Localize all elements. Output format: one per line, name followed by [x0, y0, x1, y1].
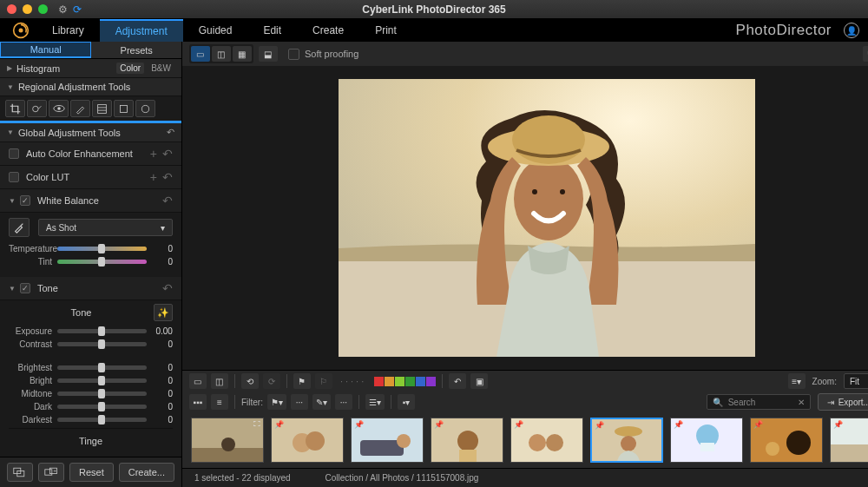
global-tools-header[interactable]: ▼ Global Adjustment Tools ↶ — [0, 123, 181, 142]
app-logo[interactable] — [5, 19, 36, 42]
histogram-header[interactable]: ▶ Histogram Color B&W — [0, 59, 181, 78]
tone-header[interactable]: ▼ Tone ↶ — [0, 277, 181, 300]
color-yellow[interactable] — [395, 377, 404, 386]
brush-tool-icon[interactable] — [70, 100, 90, 117]
sort-list-icon[interactable]: ☰▾ — [365, 394, 385, 410]
view-split-icon[interactable]: ⬓ — [259, 46, 278, 62]
auto-color-checkbox[interactable] — [9, 148, 19, 159]
add-icon[interactable]: + — [150, 147, 157, 161]
account-icon[interactable]: 👤 — [844, 23, 859, 38]
layout-single-icon[interactable]: ▭ — [189, 373, 207, 389]
dark-slider[interactable]: Dark0 — [9, 402, 173, 411]
nav-create[interactable]: Create — [297, 19, 359, 42]
nav-print[interactable]: Print — [359, 19, 412, 42]
color-label-picker[interactable] — [374, 377, 436, 386]
view-single-icon[interactable]: ▭ — [191, 46, 210, 62]
image-canvas[interactable] — [182, 66, 868, 370]
flag-icon[interactable]: ⚑ — [293, 373, 311, 389]
thumbnail[interactable]: 📌 — [510, 418, 583, 463]
midtone-slider[interactable]: Midtone0 — [9, 389, 173, 398]
mask-tool-icon[interactable] — [114, 100, 134, 117]
view-compare-icon[interactable]: ◫ — [212, 46, 231, 62]
tone-checkbox[interactable] — [20, 283, 30, 293]
nav-edit[interactable]: Edit — [247, 19, 297, 42]
soft-proofing-checkbox[interactable] — [288, 49, 299, 60]
filter-edit-icon[interactable]: ✎▾ — [312, 394, 331, 410]
auto-color-item[interactable]: Auto Color Enhancement +↶ — [0, 142, 181, 166]
thumbnail[interactable]: 📌 — [271, 418, 344, 463]
before-after-icon[interactable]: ▣ — [470, 373, 488, 389]
color-green[interactable] — [405, 377, 415, 386]
color-lut-checkbox[interactable] — [9, 172, 19, 182]
sort-icon[interactable]: ≡▾ — [788, 373, 806, 389]
thumbnail[interactable]: 📌 — [431, 418, 503, 463]
brightest-slider[interactable]: Brightest0 — [9, 363, 173, 372]
reset-icon[interactable]: ↶ — [162, 147, 173, 161]
paste-settings-button[interactable]: + — [38, 463, 64, 482]
filter-flag-icon[interactable]: ⚑▾ — [267, 394, 286, 410]
white-balance-header[interactable]: ▼ White Balance ↶ — [0, 189, 181, 213]
exposure-slider[interactable]: Exposure0.00 — [9, 326, 173, 336]
subtab-manual[interactable]: Manual — [0, 42, 91, 58]
nav-guided[interactable]: Guided — [183, 19, 248, 42]
rotate-right-icon[interactable]: ⟳ — [263, 373, 280, 389]
subtab-presets[interactable]: Presets — [91, 42, 181, 58]
temperature-slider[interactable]: Temperature 0 — [9, 244, 173, 253]
thumbnail[interactable]: 📌 — [351, 418, 424, 463]
color-red[interactable] — [374, 377, 384, 386]
regional-tools-header[interactable]: ▼ Regional Adjustment Tools — [0, 78, 181, 96]
darkest-slider[interactable]: Darkest0 — [9, 415, 173, 424]
label-filter-icon[interactable]: ▪▾ — [398, 394, 415, 410]
nav-adjustment[interactable]: Adjustment — [100, 19, 183, 42]
layout-dual-icon[interactable]: ◫ — [211, 373, 228, 389]
thumbnail-selected[interactable]: 📌 — [590, 418, 663, 463]
zoom-select[interactable]: Fit▾ — [844, 373, 868, 389]
reset-icon[interactable]: ↶ — [167, 127, 174, 138]
add-icon[interactable]: + — [150, 170, 157, 184]
nav-library[interactable]: Library — [36, 19, 100, 42]
create-preset-button[interactable]: Create... — [119, 463, 174, 482]
radial-tool-icon[interactable] — [135, 100, 155, 117]
color-lut-item[interactable]: Color LUT +↶ — [0, 166, 181, 189]
reset-button[interactable]: Reset — [69, 463, 114, 482]
search-input[interactable]: 🔍 Search ✕ — [707, 394, 811, 410]
redeye-tool-icon[interactable] — [49, 100, 69, 117]
rotate-left-icon[interactable]: ⟲ — [241, 373, 259, 389]
view-grid-icon[interactable]: ▦ — [233, 46, 252, 62]
rating-dots[interactable]: ····· — [340, 376, 366, 386]
crop-tool-icon[interactable] — [5, 100, 25, 117]
thumbnail[interactable]: 📌 — [670, 418, 743, 463]
soft-proofing-toggle[interactable]: Soft proofing — [288, 49, 358, 60]
thumbnail[interactable]: 📌 — [750, 418, 823, 463]
thumbnail[interactable]: 📌 — [830, 418, 868, 463]
export-button[interactable]: ⇥ Export... — [818, 393, 868, 411]
white-balance-checkbox[interactable] — [20, 195, 30, 206]
histogram-mode-color[interactable]: Color — [116, 63, 144, 74]
svg-rect-12 — [45, 470, 52, 475]
thumb-list-icon[interactable]: ≡ — [211, 394, 228, 410]
bright-slider[interactable]: Bright0 — [9, 376, 173, 385]
auto-tone-button[interactable]: ✨ — [154, 304, 173, 321]
color-blue[interactable] — [416, 377, 425, 386]
histogram-mode-bw[interactable]: B&W — [148, 63, 174, 74]
reset-icon[interactable]: ↶ — [162, 194, 173, 207]
unflag-icon[interactable]: ⚐ — [315, 373, 332, 389]
gradient-tool-icon[interactable] — [92, 100, 112, 117]
copy-settings-button[interactable] — [7, 463, 33, 482]
eyedropper-tool-icon[interactable] — [9, 218, 30, 237]
tint-slider[interactable]: Tint 0 — [9, 257, 173, 267]
thumbnail[interactable]: ⛶ — [191, 418, 264, 463]
filter-dots-icon[interactable]: ··· — [291, 394, 308, 410]
thumb-size-icon[interactable]: ▪▪▪ — [189, 394, 207, 410]
color-purple[interactable] — [426, 377, 436, 386]
reset-icon[interactable]: ↶ — [162, 170, 173, 184]
reset-icon[interactable]: ↶ — [162, 281, 173, 295]
contrast-slider[interactable]: Contrast0 — [9, 339, 173, 349]
color-orange[interactable] — [385, 377, 394, 386]
undo-icon[interactable]: ↶ — [449, 373, 466, 389]
zoom-tool-icon[interactable]: 🔍 — [863, 46, 868, 62]
clear-search-icon[interactable]: ✕ — [798, 398, 805, 407]
white-balance-preset-select[interactable]: As Shot ▾ — [38, 219, 173, 236]
filter-more-icon[interactable]: ··· — [335, 394, 352, 410]
spot-tool-icon[interactable] — [27, 100, 47, 117]
